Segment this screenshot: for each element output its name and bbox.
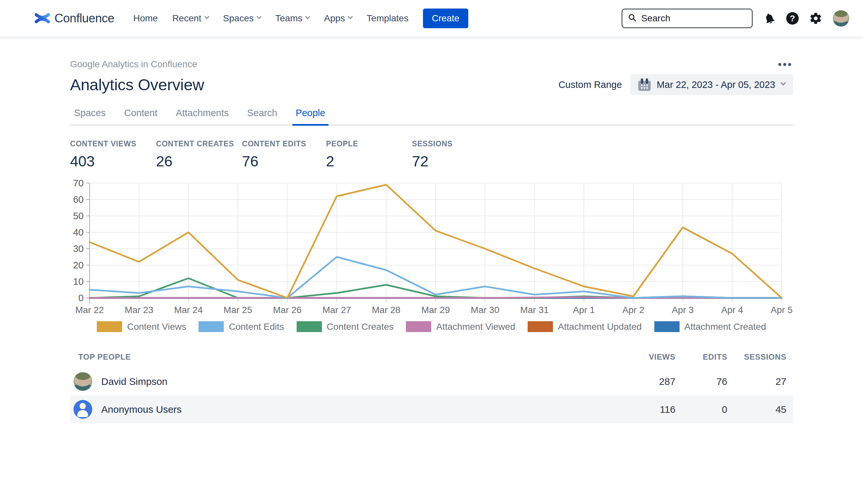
nav-item-home[interactable]: Home xyxy=(133,13,158,24)
svg-text:70: 70 xyxy=(73,179,83,188)
legend-item-attachment-updated: Attachment Updated xyxy=(528,321,641,332)
user-photo-avatar xyxy=(74,372,92,391)
svg-text:20: 20 xyxy=(73,260,83,270)
nav-item-apps[interactable]: Apps xyxy=(324,13,352,24)
stat-value: 26 xyxy=(156,153,242,170)
tab-search[interactable]: Search xyxy=(244,108,280,124)
line-chart: 010203040506070Mar 22Mar 23Mar 24Mar 25M… xyxy=(70,179,793,320)
cell-views: 287 xyxy=(623,376,676,387)
table-body: David Simpson2877627Anonymous Users11604… xyxy=(70,367,793,423)
svg-text:Apr 3: Apr 3 xyxy=(672,305,694,315)
confluence-logo-icon xyxy=(35,10,50,27)
main-content: Google Analytics in Confluence Analytics… xyxy=(70,59,793,423)
cell-edits: 76 xyxy=(676,376,727,387)
column-header-edits: EDITS xyxy=(676,352,727,362)
page-title: Analytics Overview xyxy=(70,75,204,94)
svg-text:Apr 2: Apr 2 xyxy=(622,305,644,315)
svg-text:0: 0 xyxy=(78,293,83,303)
anonymous-user-icon xyxy=(74,400,92,419)
date-range-picker[interactable]: Mar 22, 2023 - Apr 05, 2023 xyxy=(630,74,793,95)
user-avatar[interactable] xyxy=(833,10,849,27)
svg-text:Mar 23: Mar 23 xyxy=(125,305,153,315)
nav-right: ? xyxy=(622,9,849,28)
search-box[interactable] xyxy=(622,9,753,28)
more-options-icon[interactable] xyxy=(776,61,793,68)
svg-text:Apr 1: Apr 1 xyxy=(573,305,595,315)
legend-swatch xyxy=(297,321,322,332)
stat-label: SESSIONS xyxy=(412,139,498,148)
legend-swatch xyxy=(97,321,122,332)
svg-text:Mar 25: Mar 25 xyxy=(224,305,252,315)
person-name-link[interactable]: Anonymous Users xyxy=(101,404,623,415)
stat-label: CONTENT VIEWS xyxy=(70,139,156,148)
tab-spaces[interactable]: Spaces xyxy=(71,108,109,124)
cell-edits: 0 xyxy=(676,404,727,415)
calendar-icon xyxy=(638,78,651,91)
svg-text:40: 40 xyxy=(73,227,83,238)
svg-text:Apr 5: Apr 5 xyxy=(771,305,792,315)
stat-value: 2 xyxy=(326,153,412,170)
tab-attachments[interactable]: Attachments xyxy=(173,108,232,124)
legend-label: Content Creates xyxy=(327,322,394,332)
chevron-down-icon xyxy=(305,14,310,19)
svg-text:30: 30 xyxy=(73,243,83,254)
analytics-tabs: SpacesContentAttachmentsSearchPeople xyxy=(70,108,793,126)
stat-content-edits: CONTENT EDITS76 xyxy=(242,139,326,170)
chevron-down-icon xyxy=(204,14,209,19)
svg-text:Mar 28: Mar 28 xyxy=(372,305,400,315)
chevron-down-icon xyxy=(780,80,786,86)
svg-text:Mar 22: Mar 22 xyxy=(75,305,104,315)
table-header: TOP PEOPLE VIEWSEDITSSESSIONS xyxy=(70,352,793,367)
create-button[interactable]: Create xyxy=(423,9,468,28)
legend-item-content-edits: Content Edits xyxy=(199,321,284,332)
notifications-bell-icon[interactable] xyxy=(762,11,777,26)
stat-label: CONTENT EDITS xyxy=(242,139,326,148)
nav-item-spaces[interactable]: Spaces xyxy=(223,13,261,24)
stat-label: CONTENT CREATES xyxy=(156,139,242,148)
cell-sessions: 45 xyxy=(727,404,787,415)
settings-gear-icon[interactable] xyxy=(809,12,822,25)
legend-item-attachment-created: Attachment Created xyxy=(654,321,766,332)
tab-people[interactable]: People xyxy=(292,108,328,124)
help-icon[interactable]: ? xyxy=(786,12,799,25)
app-switcher-grid-icon[interactable] xyxy=(14,12,27,25)
tab-content[interactable]: Content xyxy=(121,108,161,124)
stat-people: PEOPLE2 xyxy=(326,139,412,170)
stat-sessions: SESSIONS72 xyxy=(412,139,498,170)
legend-swatch xyxy=(654,321,679,332)
svg-text:Mar 31: Mar 31 xyxy=(520,305,549,315)
legend-swatch xyxy=(406,321,431,332)
svg-text:Mar 29: Mar 29 xyxy=(421,305,450,315)
chevron-down-icon xyxy=(257,14,262,19)
svg-text:60: 60 xyxy=(73,194,83,205)
custom-range-label: Custom Range xyxy=(559,79,622,90)
search-input[interactable] xyxy=(641,13,740,24)
nav-item-templates[interactable]: Templates xyxy=(366,13,409,24)
stat-content-creates: CONTENT CREATES26 xyxy=(156,139,242,170)
table-row: Anonymous Users116045 xyxy=(70,395,793,423)
legend-item-content-views: Content Views xyxy=(97,321,186,332)
cell-sessions: 27 xyxy=(727,376,787,387)
confluence-logo[interactable]: Confluence xyxy=(35,10,114,27)
svg-text:Apr 4: Apr 4 xyxy=(721,305,743,315)
stat-value: 76 xyxy=(242,153,326,170)
legend-label: Attachment Updated xyxy=(558,322,641,332)
table-row: David Simpson2877627 xyxy=(70,367,793,395)
legend-swatch xyxy=(199,321,224,332)
table-title: TOP PEOPLE xyxy=(78,352,623,362)
cell-views: 116 xyxy=(623,404,676,415)
legend-swatch xyxy=(528,321,553,332)
nav-item-recent[interactable]: Recent xyxy=(172,13,209,24)
breadcrumb[interactable]: Google Analytics in Confluence xyxy=(70,59,198,70)
chart-svg: 010203040506070Mar 22Mar 23Mar 24Mar 25M… xyxy=(70,179,793,319)
top-nav: Confluence HomeRecentSpacesTeamsAppsTemp… xyxy=(0,0,863,37)
legend-label: Attachment Created xyxy=(685,322,766,332)
svg-text:Mar 30: Mar 30 xyxy=(471,305,499,315)
nav-item-teams[interactable]: Teams xyxy=(275,13,310,24)
legend-label: Attachment Viewed xyxy=(436,322,515,332)
svg-text:Mar 27: Mar 27 xyxy=(322,305,351,315)
person-name-link[interactable]: David Simpson xyxy=(101,376,623,387)
date-range-value: Mar 22, 2023 - Apr 05, 2023 xyxy=(656,79,775,90)
chevron-down-icon xyxy=(348,14,353,19)
stat-value: 72 xyxy=(412,153,498,170)
